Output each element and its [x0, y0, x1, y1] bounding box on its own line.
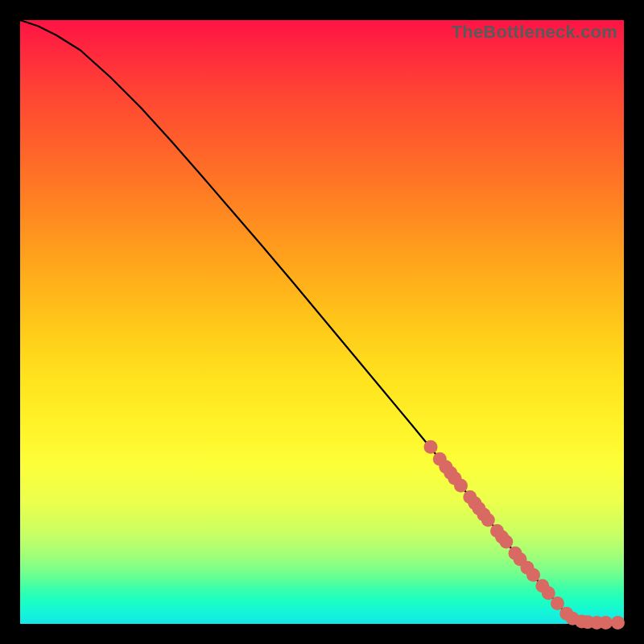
marker-point — [551, 597, 564, 610]
marker-point — [499, 535, 513, 549]
chart-overlay-svg — [20, 20, 624, 624]
plot-area: TheBottleneck.com — [20, 20, 624, 624]
chart-frame: TheBottleneck.com — [0, 0, 644, 644]
marker-point — [542, 586, 555, 600]
marker-point — [424, 440, 438, 454]
marker-cluster — [424, 440, 625, 630]
marker-point — [611, 616, 625, 630]
marker-point — [454, 479, 468, 493]
marker-point — [599, 616, 613, 630]
marker-point — [481, 514, 495, 527]
marker-point — [526, 568, 540, 582]
bottleneck-curve — [20, 20, 624, 623]
